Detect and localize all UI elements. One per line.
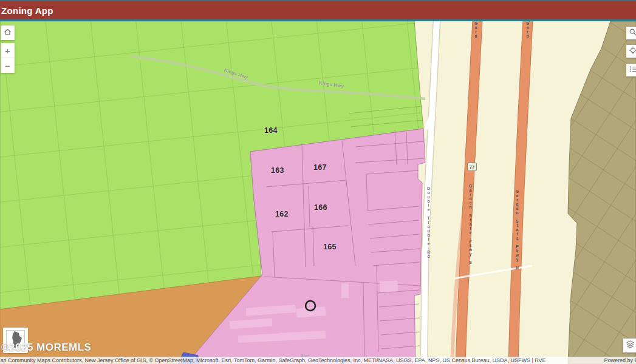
copyright-watermark: ©2025 MOREMLS [1,342,91,354]
zoom-control: + − [1,43,15,73]
location-marker[interactable] [306,301,315,311]
parcel-label-163: 163 [271,166,284,175]
gsp-n-label: Garden State Pkwy N [515,189,520,270]
zoom-out-button[interactable]: − [1,58,15,73]
home-button[interactable] [1,25,15,40]
gsp-n-top-label: Garden State Pkwy N [525,21,530,38]
locate-button[interactable] [626,45,636,58]
parcel-label-162: 162 [275,210,289,218]
gsp-n-top-label-clip: Garden State Pkwy N [525,21,532,38]
map-container[interactable]: 164 163 167 162 166 165 Kings Hwy Kings … [0,21,636,364]
map-canvas[interactable] [0,21,636,364]
double-trouble-rd-label: Double Trouble Rd [426,186,431,258]
gsp-s-top-label: Garden State Pkwy S [473,21,479,39]
basemap-layers-button[interactable] [623,339,636,352]
attribution-sources: Esri Community Maps Contributors, New Je… [0,357,546,363]
parcel-label-164: 164 [264,126,278,135]
attribution-bar: Esri Community Maps Contributors, New Je… [0,357,636,364]
parcel-label-166: 166 [314,203,327,212]
locate-icon [629,46,636,57]
gsp-s-top-label-clip: Garden State Pkwy S [473,21,480,39]
zoning-app-window: Zoning App [0,0,636,364]
gsp-s-label: Garden State Pkwy S [468,184,473,265]
legend-button[interactable] [626,64,636,76]
legend-list-icon [629,65,636,76]
parcel-label-167: 167 [313,163,327,172]
zoom-in-button[interactable]: + [1,43,15,58]
app-header: Zoning App [0,1,636,19]
search-button[interactable] [626,27,636,39]
search-icon [629,28,636,39]
parcel-label-165: 165 [323,243,337,251]
home-icon [3,27,12,39]
route-77-shield: 77 [467,163,477,171]
app-title: Zoning App [1,5,53,16]
layers-icon [626,340,635,351]
powered-by-esri: Powered by Esri [604,357,636,363]
